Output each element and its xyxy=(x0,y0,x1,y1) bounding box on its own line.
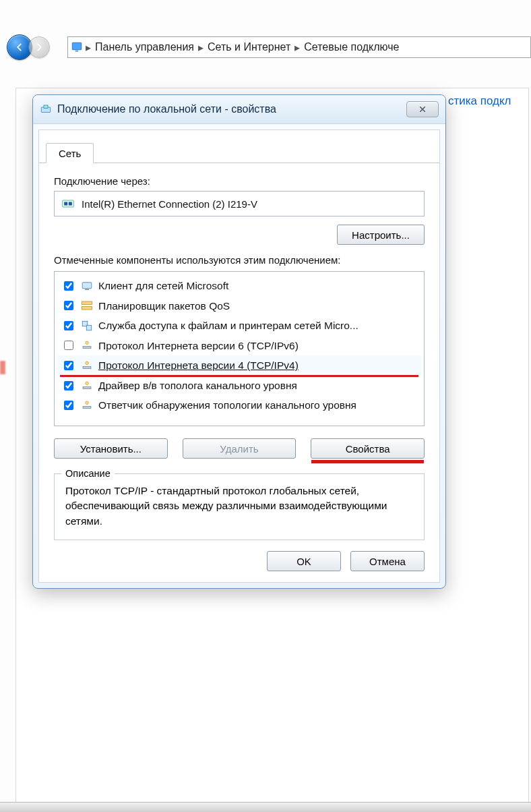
svg-rect-12 xyxy=(86,325,92,330)
component-checkbox[interactable] xyxy=(64,381,73,390)
component-checkbox[interactable] xyxy=(64,321,73,330)
component-item[interactable]: Драйвер в/в тополога канального уровня xyxy=(57,376,421,396)
component-label: Протокол Интернета версии 6 (TCP/IPv6) xyxy=(98,337,299,355)
component-checkbox[interactable] xyxy=(64,361,73,370)
component-checkbox[interactable] xyxy=(64,401,73,410)
component-label: Планировщик пакетов QoS xyxy=(98,297,230,315)
component-item[interactable]: Клиент для сетей Microsoft xyxy=(57,276,421,296)
svg-point-15 xyxy=(86,361,89,365)
component-item[interactable]: Ответчик обнаружения топологии канальног… xyxy=(57,395,421,415)
component-item[interactable]: Планировщик пакетов QoS xyxy=(57,296,421,316)
breadcrumb-sep-icon: ▸ xyxy=(294,41,300,54)
description-group: Описание Протокол TCP/IP - стандартный п… xyxy=(54,473,425,540)
svg-rect-5 xyxy=(64,202,67,206)
dialog-bottom-buttons: OK Отмена xyxy=(39,540,439,571)
description-text: Протокол TCP/IP - стандартный протокол г… xyxy=(65,485,387,527)
component-label: Служба доступа к файлам и принтерам сете… xyxy=(98,317,358,335)
component-label: Драйвер в/в тополога канального уровня xyxy=(98,377,297,395)
proto-icon xyxy=(81,399,93,411)
breadcrumb-item[interactable]: Панель управления xyxy=(91,41,198,53)
proto-icon xyxy=(81,339,93,351)
remove-button: Удалить xyxy=(183,438,296,459)
svg-rect-14 xyxy=(83,347,91,349)
proto-icon xyxy=(81,380,93,392)
svg-rect-7 xyxy=(82,283,92,289)
close-icon xyxy=(418,105,427,113)
arrow-left-icon xyxy=(15,42,24,52)
svg-rect-0 xyxy=(72,42,82,50)
tab-strip: Сеть xyxy=(39,130,439,163)
explorer-navbar: ▸ Панель управления ▸ Сеть и Интернет ▸ … xyxy=(7,34,531,61)
component-label: Ответчик обнаружения топологии канальног… xyxy=(98,397,356,414)
configure-button[interactable]: Настроить... xyxy=(337,225,425,245)
breadcrumb-item[interactable]: Сетевые подключе xyxy=(300,41,403,53)
arrow-right-icon xyxy=(34,42,44,52)
ok-button[interactable]: OK xyxy=(267,551,341,571)
network-adapter-icon xyxy=(40,103,52,115)
component-checkbox[interactable] xyxy=(64,341,73,350)
svg-point-19 xyxy=(86,401,89,405)
connect-via-label: Подключение через: xyxy=(54,175,425,187)
svg-rect-18 xyxy=(83,386,91,388)
install-button[interactable]: Установить... xyxy=(54,438,168,459)
component-label: Протокол Интернета версии 4 (TCP/IPv4) xyxy=(98,357,299,374)
breadcrumb-sep-icon: ▸ xyxy=(86,41,91,54)
svg-rect-10 xyxy=(82,307,92,310)
footer-gradient xyxy=(0,802,531,812)
breadcrumb-sep-icon: ▸ xyxy=(198,41,204,54)
dialog-title: Подключение по локальной сети - свойства xyxy=(57,103,276,115)
svg-point-13 xyxy=(86,341,89,345)
adapter-box: Intel(R) Ethernet Connection (2) I219-V xyxy=(54,191,425,216)
components-list[interactable]: Клиент для сетей MicrosoftПланировщик па… xyxy=(54,271,425,426)
dialog-close-button[interactable] xyxy=(406,101,439,117)
diagnostic-link[interactable]: стика подкл xyxy=(448,94,511,108)
dialog-client-area: Сеть Подключение через: Intel(R) Etherne… xyxy=(38,129,440,583)
properties-button[interactable]: Свойства xyxy=(311,438,425,459)
breadcrumb[interactable]: ▸ Панель управления ▸ Сеть и Интернет ▸ … xyxy=(67,36,531,58)
dialog-titlebar: Подключение по локальной сети - свойства xyxy=(33,95,445,124)
nav-back-forward-group xyxy=(7,34,50,60)
adapter-name: Intel(R) Ethernet Connection (2) I219-V xyxy=(82,198,257,210)
proto-icon xyxy=(81,359,93,372)
component-item[interactable]: Служба доступа к файлам и принтерам сете… xyxy=(57,316,421,336)
tab-network[interactable]: Сеть xyxy=(46,143,94,163)
cancel-button[interactable]: Отмена xyxy=(350,551,425,571)
svg-rect-6 xyxy=(69,202,72,206)
connect-via-section: Подключение через: Intel(R) Ethernet Con… xyxy=(39,163,439,426)
svg-rect-4 xyxy=(63,200,74,207)
svg-rect-9 xyxy=(82,301,92,305)
qos-icon xyxy=(81,299,93,312)
network-center-icon xyxy=(71,41,83,53)
component-label: Клиент для сетей Microsoft xyxy=(98,277,228,295)
ethernet-adapter-icon xyxy=(61,197,75,210)
description-legend: Описание xyxy=(61,467,115,481)
properties-dialog: Подключение по локальной сети - свойства… xyxy=(32,94,446,589)
component-item[interactable]: Протокол Интернета версии 4 (TCP/IPv4) xyxy=(57,355,421,376)
component-checkbox[interactable] xyxy=(64,281,73,291)
svg-point-17 xyxy=(86,382,89,385)
svg-rect-16 xyxy=(83,367,91,369)
share-icon xyxy=(81,320,93,332)
breadcrumb-item[interactable]: Сеть и Интернет xyxy=(204,41,294,53)
components-label: Отмеченные компоненты используются этим … xyxy=(54,254,425,266)
svg-rect-20 xyxy=(83,407,91,409)
nav-forward-button xyxy=(28,36,50,58)
component-checkbox[interactable] xyxy=(64,301,73,310)
svg-rect-3 xyxy=(44,105,48,109)
component-item[interactable]: Протокол Интернета версии 6 (TCP/IPv6) xyxy=(57,336,421,356)
client-icon xyxy=(81,280,93,292)
red-mark-left xyxy=(0,361,5,374)
svg-rect-1 xyxy=(75,51,79,52)
component-buttons-row: Установить... Удалить Свойства xyxy=(54,438,425,459)
svg-rect-8 xyxy=(85,289,89,290)
